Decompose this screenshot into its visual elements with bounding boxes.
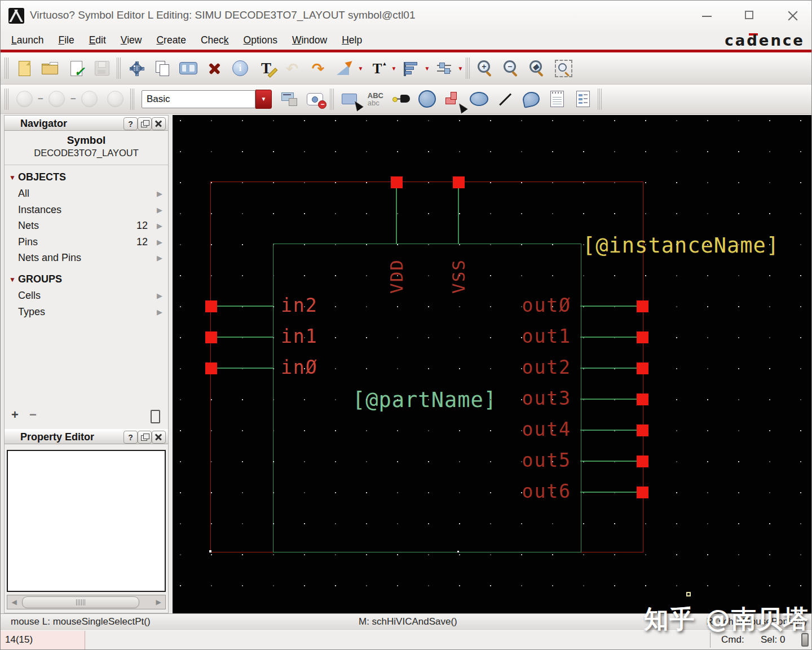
tree-item-expand-icon[interactable]: ▶: [157, 308, 162, 316]
delete-button[interactable]: [202, 55, 227, 81]
stretch-button[interactable]: [176, 55, 201, 81]
pin-vss[interactable]: [453, 176, 465, 188]
symbol-canvas[interactable]: [@partName] [@instanceName] in2in1inØout…: [173, 115, 811, 613]
menu-file[interactable]: File: [51, 34, 81, 46]
align-button[interactable]: [398, 55, 423, 81]
distribute-button[interactable]: [431, 55, 456, 81]
tree-item-expand-icon[interactable]: ▶: [157, 238, 162, 246]
pin-out4[interactable]: [637, 425, 648, 436]
zoom-fit-button[interactable]: [551, 55, 576, 81]
view-refresh-button[interactable]: [103, 86, 128, 112]
pin-label-vdd[interactable]: VDD: [386, 259, 407, 294]
properties-button[interactable]: i: [228, 55, 253, 81]
pin-label-in1[interactable]: in1: [281, 325, 318, 347]
save-button[interactable]: [90, 55, 114, 81]
zoom-in-button[interactable]: +: [473, 55, 498, 81]
menu-options[interactable]: Options: [236, 34, 285, 46]
pin-out0[interactable]: [637, 300, 648, 312]
copy-button[interactable]: [150, 55, 175, 81]
circle-tool-button[interactable]: [415, 86, 440, 112]
text-display-button-dropdown[interactable]: ▼: [390, 65, 398, 72]
selection-tool-button[interactable]: [337, 86, 362, 112]
pin-out5[interactable]: [637, 456, 648, 467]
pin-label-out2[interactable]: out2: [466, 356, 571, 378]
new-file-button[interactable]: [12, 55, 37, 81]
pin-out3[interactable]: [637, 393, 648, 405]
report-tool-button[interactable]: [571, 86, 595, 112]
open-button[interactable]: [38, 55, 63, 81]
tree-item-expand-icon[interactable]: ▶: [157, 254, 162, 262]
pin-out6[interactable]: [637, 487, 648, 498]
navigator-close-button[interactable]: [152, 117, 166, 130]
menu-create[interactable]: Create: [149, 34, 193, 46]
line-tool-button[interactable]: [493, 86, 518, 112]
navigator-help-button[interactable]: ?: [123, 117, 138, 130]
scrollbar-thumb[interactable]: [22, 596, 139, 608]
navigator-float-button[interactable]: [138, 117, 152, 130]
section-collapse-icon[interactable]: ▼: [9, 276, 16, 284]
view-back-button[interactable]: [12, 86, 37, 112]
hide-objects-button[interactable]: −: [303, 86, 328, 112]
pin-label-in0[interactable]: inØ: [281, 356, 318, 378]
horizontal-scrollbar[interactable]: ◀ ▶: [7, 595, 166, 609]
tree-item-instances[interactable]: Instances▶: [5, 202, 168, 218]
pin-out1[interactable]: [637, 331, 648, 343]
mode-combobox[interactable]: Basic▼: [142, 90, 272, 109]
view-up-button[interactable]: [77, 86, 102, 112]
pin-label-out1[interactable]: out1: [466, 325, 571, 347]
pin-in0[interactable]: [205, 362, 217, 374]
property-editor-content[interactable]: [7, 450, 166, 592]
display-options-button[interactable]: [277, 86, 302, 112]
edit-labels-button[interactable]: T: [254, 55, 279, 81]
pin-label-vss[interactable]: VSS: [448, 259, 469, 294]
tree-item-expand-icon[interactable]: ▶: [157, 206, 162, 214]
menu-view[interactable]: View: [113, 34, 149, 46]
tree-item-nets[interactable]: Nets12▶: [5, 218, 168, 233]
minimize-button[interactable]: [700, 10, 714, 22]
tree-item-pins[interactable]: Pins12▶: [5, 235, 168, 250]
zoom-to-selected-button-dropdown[interactable]: ▼: [357, 65, 364, 72]
note-tool-button[interactable]: [545, 86, 570, 112]
check-and-save-button[interactable]: ✓: [64, 55, 89, 81]
pin-label-out5[interactable]: out5: [466, 449, 571, 471]
text-display-button[interactable]: T▲: [365, 55, 390, 81]
remove-filter-button[interactable]: −: [29, 408, 37, 422]
pin-label-out0[interactable]: outØ: [466, 294, 571, 316]
zoom-to-selected-button[interactable]: [332, 55, 356, 81]
property-editor-help-button[interactable]: ?: [123, 431, 138, 444]
tree-item-expand-icon[interactable]: ▶: [157, 222, 162, 230]
pin-label-out4[interactable]: out4: [466, 418, 571, 440]
view-forward-button[interactable]: [45, 86, 69, 112]
navigator-header[interactable]: Navigator ?: [5, 116, 168, 131]
menu-edit[interactable]: Edit: [82, 34, 113, 46]
tree-item-expand-icon[interactable]: ▶: [157, 189, 162, 198]
tree-item-expand-icon[interactable]: ▶: [157, 291, 162, 300]
pin-in1[interactable]: [205, 331, 217, 343]
pin-vdd[interactable]: [391, 176, 403, 188]
combobox-dropdown-button[interactable]: ▼: [255, 90, 272, 109]
distribute-button-dropdown[interactable]: ▼: [457, 65, 464, 72]
menu-launch[interactable]: Launch: [4, 34, 51, 46]
tree-section-objects[interactable]: ▼OBJECTS: [5, 170, 168, 185]
menu-help[interactable]: Help: [334, 34, 369, 46]
pin-out2[interactable]: [637, 362, 648, 374]
menu-window[interactable]: Window: [285, 34, 334, 46]
tree-item-nets-and-pins[interactable]: Nets and Pins▶: [5, 250, 168, 266]
shape-select-tool-button[interactable]: [441, 86, 466, 112]
property-editor-close-button[interactable]: [152, 431, 166, 444]
pin-label-out6[interactable]: out6: [466, 480, 571, 502]
ellipse-tool-button[interactable]: [467, 86, 492, 112]
align-button-dropdown[interactable]: ▼: [423, 65, 431, 72]
scroll-right-button[interactable]: ▶: [152, 596, 165, 608]
tree-item-all[interactable]: All▶: [5, 186, 168, 201]
undo-button[interactable]: ↶: [280, 55, 304, 81]
mode-combobox-value[interactable]: Basic: [142, 90, 255, 108]
label-tool-button[interactable]: ABCabc: [363, 86, 388, 112]
tree-item-types[interactable]: Types▶: [5, 304, 168, 320]
pin-label-out3[interactable]: out3: [466, 387, 571, 409]
pin-label-in2[interactable]: in2: [281, 294, 318, 316]
scroll-left-button[interactable]: ◀: [8, 596, 20, 608]
section-collapse-icon[interactable]: ▼: [9, 174, 16, 182]
tree-item-cells[interactable]: Cells▶: [5, 288, 168, 303]
zoom-dynamic-button[interactable]: ◆: [525, 55, 550, 81]
